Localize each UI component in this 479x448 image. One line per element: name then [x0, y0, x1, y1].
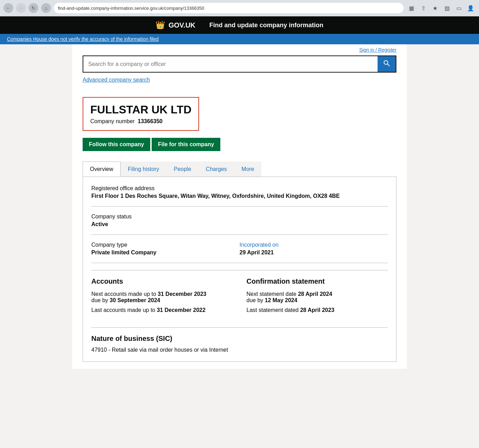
company-status-label: Company status — [91, 214, 388, 220]
address-bar[interactable] — [54, 3, 404, 13]
company-status-section: Company status Active — [91, 214, 388, 235]
nature-value: 47910 - Retail sale via mail order house… — [91, 347, 388, 353]
confirmation-heading: Confirmation statement — [246, 277, 388, 285]
nature-heading: Nature of business (SIC) — [91, 335, 388, 343]
accounts-confirmation-row: Accounts Next accounts made up to 31 Dec… — [91, 277, 388, 317]
next-accounts-due-date: 30 September 2024 — [110, 297, 160, 303]
accounts-divider — [91, 270, 388, 270]
company-type-label: Company type — [91, 242, 240, 248]
incorporated-value: 29 April 2021 — [240, 249, 388, 256]
advanced-search-link[interactable]: Advanced company search — [72, 77, 407, 90]
company-status-value: Active — [91, 221, 388, 227]
last-statement-date: 28 April 2023 — [300, 307, 334, 313]
company-type-col: Company type Private limited Company — [91, 242, 240, 256]
company-name: FULLSTAR UK LTD — [90, 103, 191, 116]
back-button[interactable]: ← — [3, 3, 13, 13]
next-statement-date: 28 April 2024 — [298, 291, 332, 297]
next-statement-text: Next statement date 28 April 2024 due by… — [246, 291, 388, 304]
browser-chrome: ← → ↻ ⌂ ▦ ⇧ ★ ▨ ▭ 👤 — [0, 0, 479, 16]
extensions-icon[interactable]: ▨ — [442, 3, 452, 13]
confirmation-section: Confirmation statement Next statement da… — [246, 277, 388, 317]
last-accounts-date: 31 December 2022 — [157, 307, 206, 313]
next-accounts-date: 31 December 2023 — [158, 291, 206, 297]
reload-button[interactable]: ↻ — [29, 3, 38, 13]
sign-in-link[interactable]: Sign in / Register — [359, 47, 396, 53]
follow-button[interactable]: Follow this company — [83, 138, 150, 151]
next-statement-due-date: 12 May 2024 — [265, 297, 297, 303]
search-button[interactable] — [378, 56, 396, 72]
bookmark-icon[interactable]: ★ — [430, 3, 440, 13]
tab-people[interactable]: People — [167, 162, 199, 177]
info-bar: Companies House does not verify the accu… — [0, 34, 479, 44]
tab-more[interactable]: More — [234, 162, 261, 177]
govuk-header: 👑 GOV.UK Find and update company informa… — [0, 16, 479, 34]
incorporated-label: Incorporated on — [240, 242, 388, 248]
company-type-row: Company type Private limited Company Inc… — [91, 242, 388, 256]
company-name-box: FULLSTAR UK LTD Company number 13366350 — [83, 97, 199, 131]
forward-button[interactable]: → — [16, 3, 26, 13]
registered-office-label: Registered office address — [91, 185, 388, 192]
govuk-logo: 👑 GOV.UK — [155, 21, 195, 30]
company-number: Company number 13366350 — [90, 118, 191, 125]
header-title: Find and update company information — [210, 22, 324, 29]
company-type-value: Private limited Company — [91, 249, 240, 256]
search-input[interactable] — [83, 56, 378, 72]
nature-divider — [91, 327, 388, 328]
registered-office-value: First Floor 1 Des Roches Square, Witan W… — [91, 193, 388, 199]
company-type-section: Company type Private limited Company Inc… — [91, 242, 388, 263]
tab-content-overview: Registered office address First Floor 1 … — [83, 177, 396, 362]
action-buttons: Follow this company File for this compan… — [83, 138, 396, 151]
tabs-container: Overview Filing history People Charges M… — [83, 162, 396, 177]
govuk-logo-text: GOV.UK — [168, 21, 195, 29]
tab-overview[interactable]: Overview — [83, 162, 121, 177]
nature-section: Nature of business (SIC) 47910 - Retail … — [91, 335, 388, 353]
file-button[interactable]: File for this company — [152, 138, 220, 151]
accounts-heading: Accounts — [91, 277, 233, 285]
company-number-value: 13366350 — [138, 118, 162, 124]
registered-office-section: Registered office address First Floor 1 … — [91, 185, 388, 207]
last-statement-text: Last statement dated 28 April 2023 — [246, 307, 388, 313]
company-number-label: Company number — [90, 118, 135, 124]
main-wrapper: Sign in / Register Advanced company sear… — [72, 44, 407, 369]
accuracy-disclaimer-link[interactable]: Companies House does not verify the accu… — [7, 36, 159, 42]
page-content: FULLSTAR UK LTD Company number 13366350 … — [72, 90, 407, 369]
sign-in-bar: Sign in / Register — [72, 44, 407, 55]
profile-icon[interactable]: 👤 — [466, 3, 476, 13]
crown-icon: 👑 — [155, 21, 165, 30]
tab-charges[interactable]: Charges — [198, 162, 234, 177]
cast-icon[interactable]: ▦ — [406, 3, 416, 13]
home-button[interactable]: ⌂ — [41, 3, 51, 13]
search-container — [83, 55, 396, 73]
window-icon[interactable]: ▭ — [454, 3, 464, 13]
svg-line-1 — [388, 64, 390, 66]
tab-filing-history[interactable]: Filing history — [121, 162, 167, 177]
next-accounts-text: Next accounts made up to 31 December 202… — [91, 291, 233, 304]
accounts-section: Accounts Next accounts made up to 31 Dec… — [91, 277, 233, 317]
share-icon[interactable]: ⇧ — [418, 3, 428, 13]
search-icon — [383, 60, 390, 68]
incorporated-col: Incorporated on 29 April 2021 — [240, 242, 388, 256]
last-accounts-text: Last accounts made up to 31 December 202… — [91, 307, 233, 313]
